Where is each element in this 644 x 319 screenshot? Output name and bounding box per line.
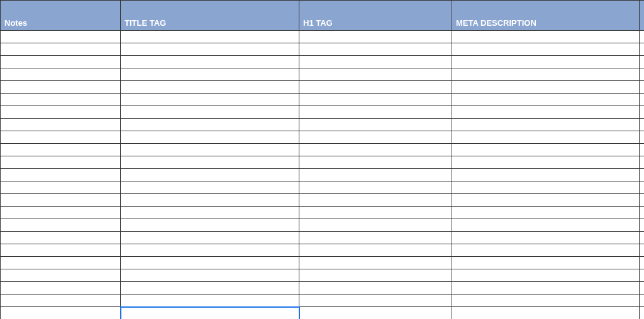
cell-title_tag[interactable] (121, 156, 299, 169)
cell-h1_tag[interactable] (299, 295, 452, 307)
cell-title_tag[interactable] (121, 68, 299, 81)
cell-meta_description[interactable] (452, 144, 640, 156)
cell-meta_description[interactable] (452, 282, 640, 295)
cell-h1_tag[interactable] (299, 219, 452, 232)
cell-h1_tag[interactable] (299, 156, 452, 169)
cell-notes[interactable] (1, 43, 121, 56)
cell-h1_tag[interactable] (299, 207, 452, 219)
cell-title_tag[interactable] (121, 219, 299, 232)
cell-notes[interactable] (1, 156, 121, 169)
cell-h1_tag[interactable] (299, 244, 452, 257)
header-title-tag[interactable]: TITLE TAG (121, 1, 299, 31)
cell-title_tag[interactable] (121, 131, 299, 144)
cell-meta_description[interactable] (452, 244, 640, 257)
table-row (1, 119, 645, 131)
header-h1-tag[interactable]: H1 TAG (299, 1, 452, 31)
cell-title_tag[interactable] (121, 169, 299, 181)
cell-title_tag[interactable] (121, 43, 299, 56)
cell-title_tag[interactable] (121, 94, 299, 106)
cell-meta_description[interactable] (452, 194, 640, 207)
cell-title_tag[interactable] (121, 282, 299, 295)
cell-notes[interactable] (1, 144, 121, 156)
cell-title_tag[interactable] (121, 56, 299, 68)
cell-notes[interactable] (1, 131, 121, 144)
header-notes[interactable]: Notes (1, 1, 121, 31)
cell-meta_description[interactable] (452, 81, 640, 94)
cell-h1_tag[interactable] (299, 68, 452, 81)
cell-meta_description[interactable] (452, 232, 640, 244)
cell-meta_description[interactable] (452, 131, 640, 144)
cell-meta_description[interactable] (452, 56, 640, 68)
cell-meta_description[interactable] (452, 119, 640, 131)
cell-h1_tag[interactable] (299, 106, 452, 119)
cell-h1_tag[interactable] (299, 257, 452, 269)
cell-meta_description[interactable] (452, 307, 640, 320)
table-row (1, 219, 645, 232)
cell-title_tag[interactable] (121, 295, 299, 307)
cell-title_tag[interactable] (121, 181, 299, 194)
cell-notes[interactable] (1, 207, 121, 219)
cell-notes[interactable] (1, 169, 121, 181)
cell-h1_tag[interactable] (299, 307, 452, 320)
cell-notes[interactable] (1, 31, 121, 43)
cell-title_tag[interactable] (121, 119, 299, 131)
cell-h1_tag[interactable] (299, 43, 452, 56)
cell-meta_description[interactable] (452, 106, 640, 119)
header-meta-description[interactable]: META DESCRIPTION (452, 1, 640, 31)
cell-title_tag[interactable] (121, 194, 299, 207)
cell-h1_tag[interactable] (299, 282, 452, 295)
cell-meta_description[interactable] (452, 257, 640, 269)
cell-notes[interactable] (1, 81, 121, 94)
cell-meta_description[interactable] (452, 207, 640, 219)
cell-h1_tag[interactable] (299, 131, 452, 144)
cell-h1_tag[interactable] (299, 31, 452, 43)
cell-notes[interactable] (1, 181, 121, 194)
cell-h1_tag[interactable] (299, 119, 452, 131)
cell-title_tag[interactable] (121, 307, 299, 320)
cell-meta_description[interactable] (452, 68, 640, 81)
cell-notes[interactable] (1, 307, 121, 320)
cell-title_tag[interactable] (121, 31, 299, 43)
cell-notes[interactable] (1, 194, 121, 207)
spreadsheet-table[interactable]: Notes TITLE TAG H1 TAG META DESCRIPTION (0, 0, 644, 319)
cell-h1_tag[interactable] (299, 144, 452, 156)
cell-h1_tag[interactable] (299, 232, 452, 244)
cell-notes[interactable] (1, 106, 121, 119)
cell-title_tag[interactable] (121, 106, 299, 119)
cell-h1_tag[interactable] (299, 181, 452, 194)
cell-meta_description[interactable] (452, 269, 640, 282)
cell-h1_tag[interactable] (299, 169, 452, 181)
cell-h1_tag[interactable] (299, 56, 452, 68)
cell-meta_description[interactable] (452, 219, 640, 232)
cell-h1_tag[interactable] (299, 94, 452, 106)
cell-meta_description[interactable] (452, 181, 640, 194)
cell-title_tag[interactable] (121, 144, 299, 156)
cell-notes[interactable] (1, 219, 121, 232)
cell-notes[interactable] (1, 295, 121, 307)
cell-notes[interactable] (1, 94, 121, 106)
cell-title_tag[interactable] (121, 257, 299, 269)
cell-meta_description[interactable] (452, 31, 640, 43)
cell-notes[interactable] (1, 257, 121, 269)
cell-title_tag[interactable] (121, 244, 299, 257)
cell-notes[interactable] (1, 68, 121, 81)
cell-title_tag[interactable] (121, 81, 299, 94)
cell-h1_tag[interactable] (299, 81, 452, 94)
cell-meta_description[interactable] (452, 295, 640, 307)
cell-notes[interactable] (1, 244, 121, 257)
cell-notes[interactable] (1, 269, 121, 282)
cell-notes[interactable] (1, 119, 121, 131)
cell-meta_description[interactable] (452, 156, 640, 169)
cell-title_tag[interactable] (121, 232, 299, 244)
cell-notes[interactable] (1, 56, 121, 68)
cell-h1_tag[interactable] (299, 194, 452, 207)
header-row: Notes TITLE TAG H1 TAG META DESCRIPTION (1, 1, 645, 31)
cell-notes[interactable] (1, 232, 121, 244)
cell-notes[interactable] (1, 282, 121, 295)
cell-h1_tag[interactable] (299, 269, 452, 282)
cell-meta_description[interactable] (452, 43, 640, 56)
cell-meta_description[interactable] (452, 94, 640, 106)
cell-meta_description[interactable] (452, 169, 640, 181)
cell-title_tag[interactable] (121, 207, 299, 219)
cell-title_tag[interactable] (121, 269, 299, 282)
